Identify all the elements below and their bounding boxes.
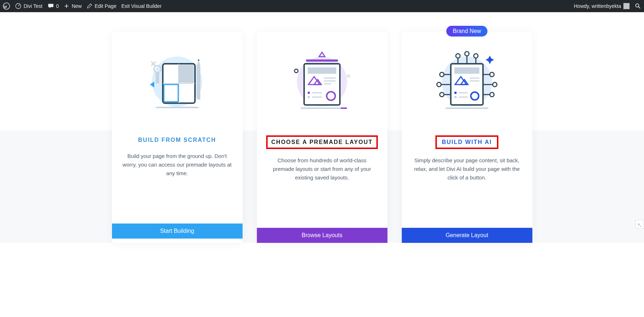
brand-new-badge: Brand New [446,26,487,37]
scratch-desc: Build your page from the ground up. Don'… [112,152,243,178]
svg-marker-13 [150,82,154,87]
svg-rect-45 [454,96,457,98]
svg-point-64 [490,92,494,97]
comment-icon [48,3,54,9]
new-content-link[interactable]: New [64,3,82,9]
edit-page-link[interactable]: Edit Page [87,3,116,9]
card-build-from-scratch: BUILD FROM SCRATCH Build your page from … [112,32,243,243]
svg-rect-27 [308,92,310,94]
svg-rect-34 [301,107,343,109]
svg-point-54 [440,72,444,77]
search-icon [635,3,641,9]
wordpress-icon [3,3,10,10]
svg-point-58 [440,92,444,97]
premade-desc: Choose from hundreds of world-class prem… [257,156,387,182]
svg-point-2 [636,4,639,7]
terminal-icon: >_ [638,222,641,226]
svg-point-50 [465,52,469,56]
my-account-link[interactable]: Howdy, writtenbyekta [574,3,630,9]
svg-rect-21 [308,67,336,74]
svg-rect-15 [156,107,199,108]
plus-icon [64,3,69,9]
svg-rect-9 [197,66,200,100]
svg-rect-35 [341,107,347,109]
browse-layouts-button[interactable]: Browse Layouts [257,228,387,243]
svg-rect-38 [454,67,479,74]
pencil-icon [87,3,92,9]
svg-point-48 [456,54,460,58]
svg-rect-7 [178,65,194,83]
site-link[interactable]: Divi Test [15,3,43,9]
svg-point-62 [493,82,497,87]
dashboard-icon [15,3,21,9]
search-toggle[interactable] [635,3,641,9]
svg-marker-10 [197,60,200,66]
scratch-title: BUILD FROM SCRATCH [121,135,234,145]
card-choose-premade-layout: CHOOSE A PREMADE LAYOUT Choose from hund… [257,32,387,243]
cards-row: BUILD FROM SCRATCH Build your page from … [0,12,644,243]
svg-point-52 [474,54,478,58]
ai-desc: Simply describe your page content, sit b… [402,156,532,182]
ai-title: BUILD WITH AI [435,135,498,149]
wp-logo[interactable] [3,3,10,10]
start-building-button[interactable]: Start Building [112,224,243,239]
svg-point-60 [490,72,494,77]
premade-title: CHOOSE A PREMADE LAYOUT [266,135,377,149]
exit-vb-label: Exit Visual Builder [121,3,162,9]
admin-bar-left: Divi Test 0 New Edit Page Exit Visual Bu… [3,3,162,10]
premade-illustration [257,32,387,132]
edit-page-label: Edit Page [94,3,116,9]
card-build-with-ai: Brand New [402,32,532,243]
exit-visual-builder-link[interactable]: Exit Visual Builder [121,3,162,9]
svg-rect-29 [308,96,310,98]
onboarding-main: BUILD FROM SCRATCH Build your page from … [0,12,644,243]
svg-rect-12 [156,73,159,83]
ai-illustration [402,32,532,132]
site-title-text: Divi Test [24,3,43,9]
svg-point-33 [294,69,298,73]
svg-rect-43 [454,92,457,94]
side-panel-toggle[interactable]: >_ [635,220,644,229]
comments-count: 0 [56,3,59,9]
avatar [623,3,630,9]
howdy-text: Howdy, writtenbyekta [574,3,621,9]
scratch-illustration [112,32,243,132]
svg-rect-19 [306,59,338,62]
svg-point-56 [437,82,441,87]
admin-bar-right: Howdy, writtenbyekta [574,3,641,9]
svg-rect-66 [445,107,488,109]
new-label: New [72,3,82,9]
svg-point-14 [198,59,199,61]
comments-link[interactable]: 0 [48,3,59,9]
generate-layout-button[interactable]: Generate Layout [402,228,532,243]
wp-admin-bar: Divi Test 0 New Edit Page Exit Visual Bu… [0,0,644,12]
svg-marker-32 [319,52,325,57]
